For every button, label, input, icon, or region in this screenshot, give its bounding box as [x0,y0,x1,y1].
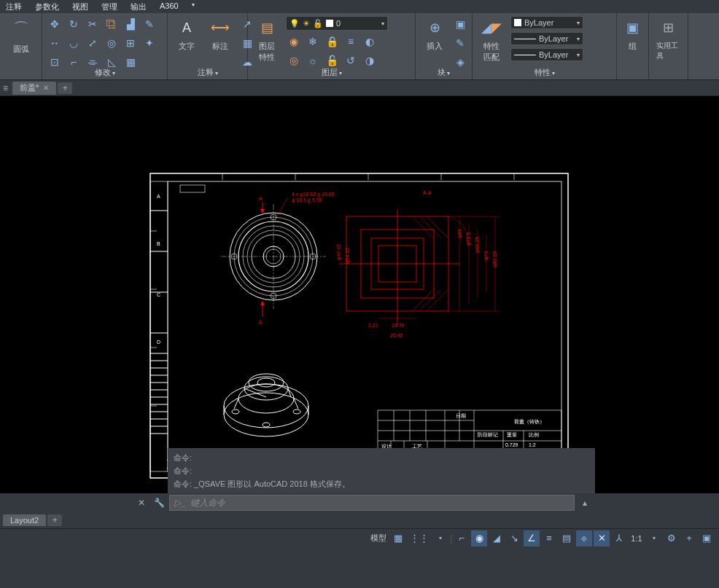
ortho-icon[interactable]: ⌐ [454,530,470,546]
snap-toggle-icon[interactable]: ⋮⋮ [408,530,431,546]
3dosnap-icon[interactable]: ✕ [594,530,610,546]
drawing-content: A B C D A [149,173,569,479]
svg-rect-17 [150,361,168,368]
copy-icon[interactable]: ⿻ [104,16,120,32]
create-block-icon[interactable]: ▣ [452,16,468,32]
svg-line-65 [419,289,441,311]
file-tab-active[interactable]: 前盖* ✕ [12,82,56,95]
transparency-icon[interactable]: ▤ [559,530,575,546]
close-cmd-icon[interactable]: ✕ [134,495,149,510]
group-icon[interactable]: ▣ [621,16,645,39]
svg-rect-25 [150,419,168,426]
svg-text:A-A: A-A [423,190,432,195]
layer-thaw-icon[interactable]: ☼ [305,52,321,68]
layer-combo[interactable]: 💡 ☀ 🔓 0 ▾ [286,16,388,31]
lineweight-icon[interactable]: ≡ [541,530,557,546]
offset-icon[interactable]: ◎ [104,35,120,51]
polar-icon[interactable]: ◉ [471,530,487,546]
wrench-icon[interactable]: 🔧 [152,495,166,510]
menu-a360[interactable]: A360 [160,1,179,12]
dropdown-icon[interactable]: ▾ [432,530,448,546]
layer-props-icon[interactable]: ▤ [255,16,279,39]
layer-on-icon[interactable]: ◎ [286,52,302,68]
svg-text:阶段标记: 阶段标记 [478,432,498,437]
svg-text:φ54.42: φ54.42 [345,248,351,264]
edit-block-icon[interactable]: ✎ [452,35,468,51]
svg-point-87 [238,384,294,413]
mirror-icon[interactable]: ▟ [123,16,139,32]
cycling-icon[interactable]: ⟐ [576,530,592,546]
panel-layer-title[interactable]: 图层▾ [248,67,415,78]
otrack-icon[interactable]: ∠ [524,530,540,546]
panel-props-title[interactable]: 特性▾ [473,67,616,78]
svg-rect-27 [150,434,168,471]
scale-drop-icon[interactable]: ▾ [646,530,662,546]
anno-scale[interactable]: 1:1 [629,530,645,546]
panel-annotate-title[interactable]: 注释▾ [168,67,247,78]
isodraft-icon[interactable]: ◢ [489,530,505,546]
plus-icon[interactable]: + [681,530,697,546]
insert-icon[interactable]: ⊕ [423,16,446,39]
menu-annotate[interactable]: 注释 [6,1,22,12]
history-line: 命令: [174,451,589,464]
panel-properties: ◢◤ 特性 匹配 ByLayer▾ ByLayer▾ ByLayer▾ 特性▾ [473,13,617,79]
svg-rect-14 [150,292,168,333]
layer-off-icon[interactable]: ◉ [286,34,302,50]
svg-text:C: C [157,292,160,297]
history-up-icon[interactable]: ▴ [578,495,592,510]
layer-freeze-icon[interactable]: ❄ [305,34,321,50]
layer-prev-icon[interactable]: ↺ [343,52,359,68]
gear-icon[interactable]: ⚙ [664,530,680,546]
stretch-icon[interactable]: ↔ [47,35,63,51]
explode-icon[interactable]: ✦ [141,35,158,51]
grid-toggle-icon[interactable]: ▦ [390,530,406,546]
workspace-icon[interactable]: ▣ [699,530,715,546]
svg-point-98 [293,409,300,414]
layer-uniso-icon[interactable]: ◑ [362,52,378,68]
dim-icon[interactable]: ⟷ [209,16,232,39]
svg-line-61 [412,216,434,238]
text-icon[interactable]: A [175,16,198,39]
panel-modify-title[interactable]: 修改▾ [42,67,167,78]
panel-block-title[interactable]: 块▾ [416,67,472,78]
model-button[interactable]: 模型 [368,530,389,546]
linetype-combo[interactable]: ByLayer▾ [510,48,583,61]
rotate-icon[interactable]: ↻ [66,16,82,32]
erase-icon[interactable]: ✎ [141,16,158,32]
scale-icon[interactable]: ⤢ [85,35,101,51]
layer-iso-icon[interactable]: ◐ [362,34,378,50]
menu-manage[interactable]: 管理 [101,1,117,12]
tab-menu-icon[interactable]: ≡ [3,83,8,93]
trim-icon[interactable]: ✂ [85,16,101,32]
drawing-canvas[interactable]: A B C D A [0,96,719,493]
svg-rect-21 [150,390,168,397]
calc-icon[interactable]: ⊞ [657,16,680,39]
menu-drop-icon[interactable]: ▾ [192,1,195,12]
command-input[interactable]: ▷_ 键入命令 [169,495,575,511]
bulb-icon: 💡 [289,19,300,28]
svg-text:A: A [259,320,263,325]
osnap-icon[interactable]: ↘ [506,530,522,546]
menu-parametric[interactable]: 参数化 [35,1,59,12]
add-layout-button[interactable]: + [47,514,62,526]
dynucs-icon[interactable]: ⅄ [611,530,627,546]
matchprop-icon[interactable]: ◢◤ [480,16,503,39]
arc-label: 圆弧 [13,44,29,55]
fillet-icon[interactable]: ◡ [66,35,82,51]
layer-unlock-icon[interactable]: 🔓 [324,52,340,68]
layer-lock-icon[interactable]: 🔒 [324,34,340,50]
array-icon[interactable]: ⊞ [123,35,139,51]
layer-match-icon[interactable]: ≡ [343,34,359,50]
move-icon[interactable]: ✥ [47,16,63,32]
svg-rect-23 [150,404,168,412]
new-tab-button[interactable]: + [58,82,72,94]
arc-icon[interactable]: ⌒ [7,16,36,42]
close-tab-icon[interactable]: ✕ [43,84,49,92]
layout-tab[interactable]: Layout2 [3,514,46,526]
matchprop-label: 特性 匹配 [483,41,500,63]
menu-view[interactable]: 视图 [72,1,88,12]
menu-output[interactable]: 输出 [131,1,147,12]
svg-line-64 [412,289,434,311]
lineweight-combo[interactable]: ByLayer▾ [510,32,583,45]
color-combo[interactable]: ByLayer▾ [510,16,583,29]
